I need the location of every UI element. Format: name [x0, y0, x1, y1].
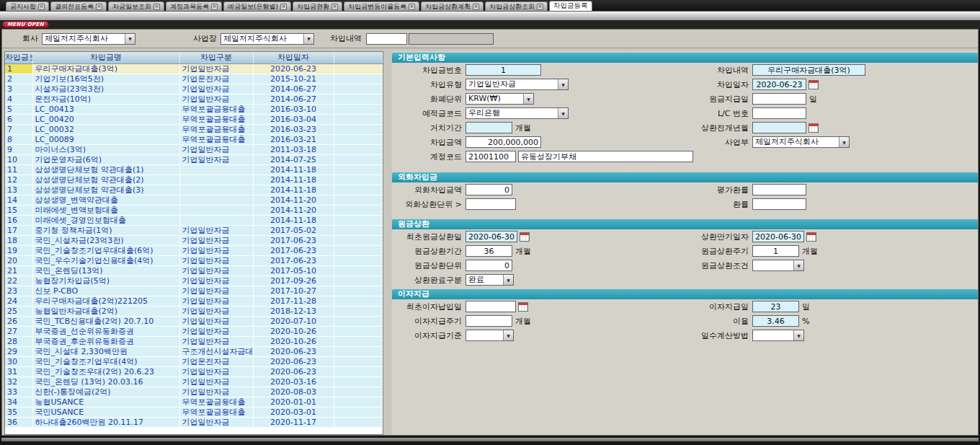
table-row[interactable]: 35 국민USANCE 무역포괄금융대출 2020-03-01 — [5, 407, 383, 417]
table-row[interactable]: 20 국민_우수기술기업신용대출(4억) 기업일반자금 2017-06-23 — [5, 255, 383, 265]
fx-amount-input[interactable] — [466, 184, 512, 195]
rollover-ym-input[interactable] — [752, 122, 806, 133]
chevron-down-icon[interactable]: ▼ — [839, 137, 849, 147]
table-row[interactable]: 9 마이너스(3억) 기업일반자금 2011-03-18 — [5, 144, 383, 154]
repay-cond-select[interactable]: ▼ — [752, 260, 804, 271]
table-row[interactable]: 34 농협USANCE 무역포괄금융대출 2020-01-01 — [5, 397, 383, 407]
table-row[interactable]: 36 하나대출260백만원 20.11.17 기업일반자금 2020-11-17 — [5, 417, 383, 427]
chevron-down-icon[interactable]: ▼ — [523, 94, 533, 104]
tab-close-icon[interactable]: × — [211, 4, 218, 10]
tab-close-icon[interactable]: × — [537, 4, 543, 10]
tab[interactable]: 차입금현황 × — [293, 1, 342, 11]
menu-open-button[interactable]: MENU OPEN — [2, 21, 49, 28]
chevron-down-icon[interactable]: ▼ — [793, 260, 803, 270]
tab[interactable]: 차입금상환조회 × — [485, 1, 548, 11]
chevron-down-icon[interactable]: ▼ — [125, 34, 135, 44]
table-row[interactable]: 3 시설자금(23억3천) 기업일반자금 2014-06-27 — [5, 84, 383, 94]
calendar-icon[interactable] — [808, 123, 819, 133]
calendar-icon[interactable] — [518, 302, 528, 312]
tab[interactable]: 예금일보(은행별) × — [223, 1, 291, 11]
day-count-select[interactable]: ▼ — [752, 330, 804, 341]
table-row[interactable]: 7 LC_00032 무역포괄금융대출 2016-03-23 — [5, 124, 383, 134]
tab-close-icon[interactable]: × — [153, 4, 160, 10]
table-row[interactable]: 32 국민_온렌딩 (13억) 20.03.16 기업일반자금 2020-03-… — [5, 376, 383, 387]
account-name-input[interactable] — [518, 151, 693, 162]
calendar-icon[interactable] — [520, 232, 530, 242]
tab[interactable]: 차입금상환계획 × — [421, 1, 484, 11]
first-repay-input[interactable] — [466, 231, 517, 242]
ex-rate-input[interactable] — [752, 198, 806, 210]
division-select[interactable]: 제일저지주식회사 ▼ — [752, 136, 850, 148]
site-select[interactable]: 제일저지주식회사 ▼ — [220, 33, 314, 45]
table-row[interactable]: 11 삼성생명단체보험 약관대출(1) 2014-11-18 — [5, 164, 383, 175]
tab-close-icon[interactable]: × — [409, 4, 415, 10]
tab-close-icon[interactable]: × — [473, 4, 479, 10]
int-basis-select[interactable]: ▼ — [466, 330, 514, 341]
tab-close-icon[interactable]: × — [331, 4, 338, 10]
tab[interactable]: 공지사항 × — [6, 1, 49, 11]
maturity-input[interactable] — [752, 231, 804, 242]
tab[interactable]: 자금일보조회 × — [108, 1, 164, 11]
loan-date-input[interactable] — [752, 79, 806, 90]
chevron-down-icon[interactable]: ▼ — [558, 79, 568, 89]
tab[interactable]: 계정과목등록 × — [166, 1, 222, 11]
table-row[interactable]: 10 기업운영자금(6억) 기업일반자금 2014-07-25 — [5, 154, 383, 164]
chevron-down-icon[interactable]: ▼ — [303, 34, 313, 44]
table-row[interactable]: 30 국민_기술창조기업우대(4억) 기업운전자금 2020-06-23 — [5, 356, 383, 366]
table-row[interactable]: 29 국민_시설대 2,330백만원 구조개선시설자금대출 2020-06-23 — [5, 346, 383, 356]
table-row[interactable]: 33 신한(-)통장예금(2억) 기업일반자금 2020-08-03 — [5, 387, 383, 397]
table-row[interactable]: 22 농협장기차입금(5억) 기업일반자금 2017-09-26 — [5, 276, 383, 286]
deposit-code-select[interactable]: 우리은행 ▼ — [466, 107, 569, 119]
table-row[interactable]: 21 국민_온렌딩(13억) 기업일반자금 2017-05-10 — [5, 265, 383, 276]
int-cycle-input[interactable] — [466, 315, 512, 327]
int-rate-input[interactable] — [752, 315, 799, 327]
table-row[interactable]: 12 삼성생명단체보험 약관대출(2) 2014-11-18 — [5, 175, 383, 185]
chevron-down-icon[interactable]: ▼ — [503, 275, 513, 285]
table-row[interactable]: 13 삼성생명단체보험 약관대출(3) 2014-11-18 — [5, 185, 383, 195]
table-row[interactable]: 17 중기청 정책자금(1억) 기업일반자금 2017-05-02 — [5, 225, 383, 235]
table-row[interactable]: 24 우리구매자금대출(2억)221205 기업일반자금 2017-11-28 — [5, 296, 383, 306]
principal-day-input[interactable] — [752, 93, 806, 105]
loan-no-input[interactable] — [466, 64, 541, 76]
loan-desc-input[interactable] — [752, 64, 865, 76]
int-day-input[interactable] — [752, 301, 799, 312]
loan-amount-input[interactable] — [466, 136, 541, 148]
table-row[interactable]: 18 국민_시설자금(23억3천) 기업일반자금 2017-06-23 — [5, 235, 383, 245]
table-row[interactable]: 23 신보 P-CBO 기업일반자금 2017-10-27 — [5, 286, 383, 296]
table-row[interactable]: 14 삼성생명_변액약관대출 2014-11-20 — [5, 195, 383, 205]
repay-done-select[interactable]: 완료 ▼ — [466, 274, 514, 286]
table-row[interactable]: 16 미래에셋_경영인보험대출 2014-11-18 — [5, 215, 383, 225]
tab-close-icon[interactable]: × — [96, 4, 102, 10]
repay-unit-input[interactable] — [466, 260, 512, 271]
lc-no-input[interactable] — [752, 107, 806, 119]
grace-period-input[interactable] — [466, 122, 512, 133]
table-row[interactable]: 2 기업기보(16억5천) 기업운전자금 2015-10-21 — [5, 74, 383, 84]
tab-close-icon[interactable]: × — [280, 4, 287, 10]
table-row[interactable]: 27 부국증권_선순위유동화증권 기업일반자금 2020-10-26 — [5, 326, 383, 336]
tab[interactable]: 차입금변동이율등록 × — [344, 1, 419, 11]
table-row[interactable]: 26 국민_TCB신용대출(2억) 20.7.10 기업일반자금 2020-07… — [5, 316, 383, 326]
table-row[interactable]: 4 운전자금(10억) 기업일반자금 2014-06-27 — [5, 94, 383, 104]
tab[interactable]: 차입금등록 × — [549, 1, 592, 11]
table-row[interactable]: 5 LC_00413 무역포괄금융대출 2016-03-10 — [5, 104, 383, 114]
tab[interactable]: 결의전표등록 × — [50, 1, 107, 11]
table-row[interactable]: 6 LC_00420 무역포괄금융대출 2016-03-04 — [5, 114, 383, 124]
chevron-down-icon[interactable]: ▼ — [558, 108, 568, 118]
calendar-icon[interactable] — [808, 80, 819, 89]
repay-term-input[interactable] — [466, 245, 512, 257]
loan-type-select[interactable]: 기업일반자금 ▼ — [466, 79, 569, 90]
table-row[interactable]: 8 LC_00089 무역포괄금융대출 2016-03-21 — [5, 134, 383, 144]
currency-select[interactable]: KRW(₩) ▼ — [466, 93, 534, 105]
table-row[interactable]: 25 농협일반자금대출(2억) 기업일반자금 2018-12-13 — [5, 306, 383, 316]
first-int-input[interactable] — [466, 301, 516, 312]
table-row[interactable]: 1 우리구매자금대출(3억) 기업일반자금 2020-06-23 — [5, 63, 383, 74]
calendar-icon[interactable] — [806, 232, 816, 242]
account-code-input[interactable] — [466, 151, 516, 162]
chevron-down-icon[interactable]: ▼ — [503, 330, 513, 340]
table-row[interactable]: 31 국민_기술창조우대(2억) 20.6.23 기업일반자금 2020-06-… — [5, 366, 383, 376]
table-row[interactable]: 19 국민_기술창조기업우대대출(6억) 기업일반자금 2017-06-23 — [5, 245, 383, 255]
eval-rate-input[interactable] — [752, 184, 806, 195]
table-row[interactable]: 15 미래에셋_변액보험대출 2014-11-20 — [5, 205, 383, 215]
repay-cycle-input[interactable] — [752, 245, 799, 257]
loan-detail-filter-input[interactable] — [366, 33, 407, 45]
